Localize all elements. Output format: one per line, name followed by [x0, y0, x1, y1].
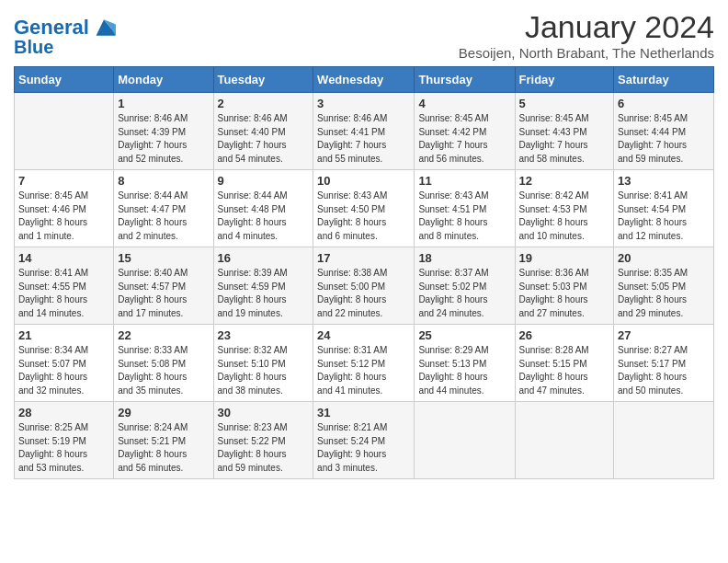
day-info: Sunrise: 8:40 AMSunset: 4:57 PMDaylight:… [118, 267, 209, 320]
month-year: January 2024 [459, 9, 714, 45]
calendar-cell: 11Sunrise: 8:43 AMSunset: 4:51 PMDayligh… [415, 170, 515, 247]
calendar-cell [15, 93, 114, 170]
day-number: 19 [519, 251, 610, 265]
day-number: 21 [18, 328, 109, 342]
day-info: Sunrise: 8:21 AMSunset: 5:24 PMDaylight:… [317, 421, 410, 475]
logo-text: General [14, 17, 89, 39]
calendar-cell: 13Sunrise: 8:41 AMSunset: 4:54 PMDayligh… [614, 170, 714, 247]
location: Besoijen, North Brabant, The Netherlands [459, 45, 714, 61]
day-info: Sunrise: 8:38 AMSunset: 5:00 PMDaylight:… [317, 267, 410, 320]
day-info: Sunrise: 8:27 AMSunset: 5:17 PMDaylight:… [618, 344, 710, 397]
calendar-cell: 16Sunrise: 8:39 AMSunset: 4:59 PMDayligh… [213, 247, 313, 325]
day-info: Sunrise: 8:41 AMSunset: 4:54 PMDaylight:… [618, 190, 710, 243]
day-info: Sunrise: 8:44 AMSunset: 4:48 PMDaylight:… [218, 190, 310, 243]
day-number: 28 [18, 406, 109, 419]
calendar-cell: 3Sunrise: 8:46 AMSunset: 4:41 PMDaylight… [313, 93, 415, 170]
calendar-cell: 25Sunrise: 8:29 AMSunset: 5:13 PMDayligh… [415, 325, 515, 402]
day-number: 15 [118, 251, 209, 265]
day-number: 3 [317, 97, 410, 110]
day-info: Sunrise: 8:32 AMSunset: 5:10 PMDaylight:… [218, 344, 310, 397]
day-number: 11 [418, 174, 510, 188]
day-info: Sunrise: 8:36 AMSunset: 5:03 PMDaylight:… [519, 267, 610, 320]
calendar-cell: 5Sunrise: 8:45 AMSunset: 4:43 PMDaylight… [515, 93, 614, 170]
day-info: Sunrise: 8:31 AMSunset: 5:12 PMDaylight:… [317, 344, 410, 397]
day-number: 17 [317, 251, 410, 265]
day-info: Sunrise: 8:28 AMSunset: 5:15 PMDaylight:… [519, 344, 610, 397]
calendar-cell: 10Sunrise: 8:43 AMSunset: 4:50 PMDayligh… [313, 170, 415, 247]
logo: General Blue [14, 15, 117, 57]
day-header-friday: Friday [515, 67, 614, 93]
calendar-cell: 1Sunrise: 8:46 AMSunset: 4:39 PMDaylight… [114, 93, 213, 170]
day-number: 14 [18, 251, 109, 265]
day-info: Sunrise: 8:42 AMSunset: 4:53 PMDaylight:… [519, 190, 610, 243]
day-header-saturday: Saturday [614, 67, 714, 93]
calendar-cell: 28Sunrise: 8:25 AMSunset: 5:19 PMDayligh… [15, 402, 114, 479]
day-number: 23 [218, 328, 310, 342]
day-number: 30 [218, 406, 310, 419]
day-info: Sunrise: 8:39 AMSunset: 4:59 PMDaylight:… [218, 267, 310, 320]
day-number: 31 [317, 406, 410, 419]
day-number: 27 [618, 328, 710, 342]
day-info: Sunrise: 8:35 AMSunset: 5:05 PMDaylight:… [618, 267, 710, 320]
day-info: Sunrise: 8:37 AMSunset: 5:02 PMDaylight:… [418, 267, 510, 320]
day-info: Sunrise: 8:46 AMSunset: 4:40 PMDaylight:… [218, 112, 310, 166]
day-number: 12 [519, 174, 610, 188]
calendar-week-row: 28Sunrise: 8:25 AMSunset: 5:19 PMDayligh… [15, 402, 714, 479]
day-info: Sunrise: 8:45 AMSunset: 4:44 PMDaylight:… [618, 112, 710, 166]
day-info: Sunrise: 8:41 AMSunset: 4:55 PMDaylight:… [18, 267, 109, 320]
day-number: 20 [618, 251, 710, 265]
calendar-cell: 26Sunrise: 8:28 AMSunset: 5:15 PMDayligh… [515, 325, 614, 402]
day-info: Sunrise: 8:25 AMSunset: 5:19 PMDaylight:… [18, 421, 109, 475]
calendar-week-row: 14Sunrise: 8:41 AMSunset: 4:55 PMDayligh… [15, 247, 714, 325]
calendar-cell: 2Sunrise: 8:46 AMSunset: 4:40 PMDaylight… [213, 93, 313, 170]
day-info: Sunrise: 8:45 AMSunset: 4:43 PMDaylight:… [519, 112, 610, 166]
calendar-cell [515, 402, 614, 479]
calendar-week-row: 7Sunrise: 8:45 AMSunset: 4:46 PMDaylight… [15, 170, 714, 247]
day-number: 29 [118, 406, 209, 419]
day-info: Sunrise: 8:45 AMSunset: 4:46 PMDaylight:… [18, 190, 109, 243]
calendar-week-row: 1Sunrise: 8:46 AMSunset: 4:39 PMDaylight… [15, 93, 714, 170]
day-info: Sunrise: 8:44 AMSunset: 4:47 PMDaylight:… [118, 190, 209, 243]
calendar-cell: 27Sunrise: 8:27 AMSunset: 5:17 PMDayligh… [614, 325, 714, 402]
day-header-tuesday: Tuesday [213, 67, 313, 93]
calendar-cell: 17Sunrise: 8:38 AMSunset: 5:00 PMDayligh… [313, 247, 415, 325]
calendar-cell: 14Sunrise: 8:41 AMSunset: 4:55 PMDayligh… [15, 247, 114, 325]
calendar-cell: 8Sunrise: 8:44 AMSunset: 4:47 PMDaylight… [114, 170, 213, 247]
day-info: Sunrise: 8:23 AMSunset: 5:22 PMDaylight:… [218, 421, 310, 475]
calendar-table: SundayMondayTuesdayWednesdayThursdayFrid… [14, 66, 714, 479]
day-number: 16 [218, 251, 310, 265]
day-header-sunday: Sunday [15, 67, 114, 93]
calendar-cell: 29Sunrise: 8:24 AMSunset: 5:21 PMDayligh… [114, 402, 213, 479]
day-number: 2 [218, 97, 310, 110]
day-number: 13 [618, 174, 710, 188]
day-info: Sunrise: 8:43 AMSunset: 4:51 PMDaylight:… [418, 190, 510, 243]
page-header: General Blue January 2024 Besoijen, Nort… [14, 9, 714, 61]
calendar-cell: 30Sunrise: 8:23 AMSunset: 5:22 PMDayligh… [213, 402, 313, 479]
day-info: Sunrise: 8:46 AMSunset: 4:39 PMDaylight:… [118, 112, 209, 166]
logo-icon [91, 15, 117, 40]
day-number: 10 [317, 174, 410, 188]
calendar-cell: 22Sunrise: 8:33 AMSunset: 5:08 PMDayligh… [114, 325, 213, 402]
day-number: 24 [317, 328, 410, 342]
day-number: 25 [418, 328, 510, 342]
calendar-cell: 6Sunrise: 8:45 AMSunset: 4:44 PMDaylight… [614, 93, 714, 170]
calendar-cell [415, 402, 515, 479]
day-header-monday: Monday [114, 67, 213, 93]
day-header-wednesday: Wednesday [313, 67, 415, 93]
calendar-header-row: SundayMondayTuesdayWednesdayThursdayFrid… [15, 67, 714, 93]
day-info: Sunrise: 8:46 AMSunset: 4:41 PMDaylight:… [317, 112, 410, 166]
day-info: Sunrise: 8:43 AMSunset: 4:50 PMDaylight:… [317, 190, 410, 243]
calendar-cell: 24Sunrise: 8:31 AMSunset: 5:12 PMDayligh… [313, 325, 415, 402]
title-block: January 2024 Besoijen, North Brabant, Th… [459, 9, 714, 61]
day-number: 22 [118, 328, 209, 342]
day-number: 5 [519, 97, 610, 110]
calendar-cell: 18Sunrise: 8:37 AMSunset: 5:02 PMDayligh… [415, 247, 515, 325]
day-number: 8 [118, 174, 209, 188]
calendar-week-row: 21Sunrise: 8:34 AMSunset: 5:07 PMDayligh… [15, 325, 714, 402]
calendar-cell: 9Sunrise: 8:44 AMSunset: 4:48 PMDaylight… [213, 170, 313, 247]
day-number: 6 [618, 97, 710, 110]
day-number: 4 [418, 97, 510, 110]
day-header-thursday: Thursday [415, 67, 515, 93]
calendar-cell: 20Sunrise: 8:35 AMSunset: 5:05 PMDayligh… [614, 247, 714, 325]
day-info: Sunrise: 8:33 AMSunset: 5:08 PMDaylight:… [118, 344, 209, 397]
